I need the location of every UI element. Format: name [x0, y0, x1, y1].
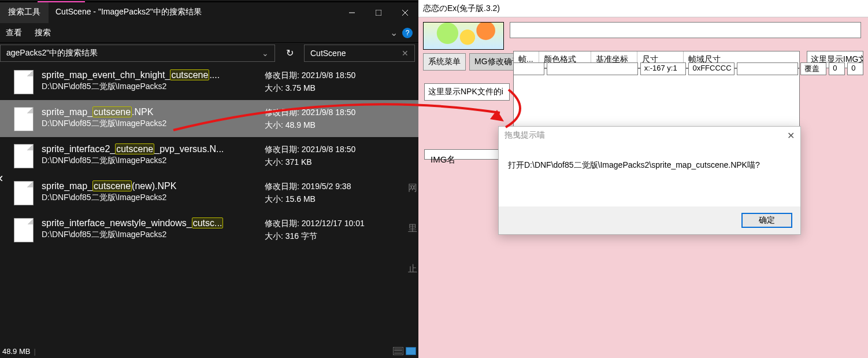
- file-path: D:\DNF\dof85二觉版\ImagePacks2: [42, 193, 257, 203]
- address-row: agePacks2"中的搜索结果 ⌄ ↻ CutScene ✕: [0, 43, 418, 63]
- file-path: D:\DNF\dof85二觉版\ImagePacks2: [42, 82, 257, 92]
- status-cell: [513, 62, 544, 75]
- explorer-window: 搜索工具 CutScene - "ImagePacks2"中的搜索结果 查看 搜…: [0, 0, 418, 358]
- file-meta: 修改日期: 2012/12/17 10:01大小: 316 字节: [265, 217, 365, 242]
- details-view-icon[interactable]: [393, 347, 403, 355]
- status-color: 0xFFCCCC: [688, 62, 735, 75]
- file-row[interactable]: sprite_map_event_chn_knight_cutscene....…: [0, 63, 418, 100]
- file-icon: [14, 107, 34, 131]
- file-icon: [14, 181, 34, 205]
- img-panel-label: IMG名: [431, 154, 455, 164]
- npk-hint-box: 这里显示NPK文件的i: [424, 83, 510, 101]
- background-text: 网 里 止: [408, 168, 417, 289]
- dialog-footer: 确定: [499, 206, 800, 234]
- file-row[interactable]: sprite_interface2_cutscene_pvp_versus.N.…: [0, 137, 418, 174]
- ok-button[interactable]: 确定: [741, 213, 792, 228]
- file-icon: [14, 70, 34, 94]
- dialog-body: 打开D:\DNF\dof85二觉版\ImagePacks2\sprite_map…: [499, 144, 800, 176]
- search-tools-tab[interactable]: 搜索工具: [0, 2, 49, 23]
- file-meta: 修改日期: 2019/5/2 9:38大小: 15.6 MB: [265, 180, 351, 205]
- top-accent: [0, 0, 418, 2]
- dialog-title: 拖曳提示喵: [505, 130, 545, 141]
- file-meta: 修改日期: 2021/9/8 18:50大小: 3.75 MB: [265, 69, 355, 94]
- status-zero-a: 0: [829, 62, 845, 75]
- breadcrumb[interactable]: agePacks2"中的搜索结果 ⌄: [0, 45, 275, 62]
- close-icon[interactable]: ✕: [787, 130, 795, 141]
- extool-title-bar: 恋恋のEx(兔子版.3.2): [418, 0, 868, 17]
- bottom-status-row: x:-167 y:1 0xFFCCCC 覆盖 0 0: [513, 62, 863, 75]
- clear-search-icon[interactable]: ✕: [402, 49, 409, 58]
- extool-title: 恋恋のEx(兔子版.3.2): [423, 3, 500, 14]
- menu-view[interactable]: 查看: [6, 28, 22, 38]
- menu-bar: 查看 搜索 ⌄ ?: [0, 23, 418, 43]
- breadcrumb-text: agePacks2"中的搜索结果: [6, 48, 98, 58]
- status-bar: 48.9 MB |: [0, 344, 418, 358]
- file-name: sprite_map_event_chn_knight_cutscene....: [42, 69, 257, 82]
- file-icon: [14, 144, 34, 168]
- help-icon[interactable]: ?: [402, 28, 413, 38]
- status-zero-b: 0: [847, 62, 863, 75]
- close-button[interactable]: [392, 2, 418, 23]
- file-path: D:\DNF\dof85二觉版\ImagePacks2: [42, 119, 257, 129]
- status-cell: [737, 62, 798, 75]
- file-list: sprite_map_event_chn_knight_cutscene....…: [0, 63, 418, 248]
- chevron-down-icon[interactable]: ⌄: [262, 49, 269, 58]
- status-coord: x:-167 y:1: [640, 62, 687, 75]
- search-value: CutScene: [310, 49, 346, 58]
- avatar-image: [423, 22, 504, 50]
- refresh-icon[interactable]: ↻: [281, 47, 298, 58]
- file-path: D:\DNF\dof85二觉版\ImagePacks2: [42, 230, 257, 240]
- status-cover: 覆盖: [800, 62, 826, 75]
- file-row[interactable]: sprite_map_cutscene(new).NPKD:\DNF\dof85…: [0, 174, 418, 211]
- system-menu-button[interactable]: 系统菜单: [423, 53, 466, 71]
- chevron-down-icon[interactable]: ⌄: [390, 27, 398, 38]
- confirm-dialog: 拖曳提示喵 ✕ 打开D:\DNF\dof85二觉版\ImagePacks2\sp…: [498, 126, 801, 235]
- menu-search[interactable]: 搜索: [35, 28, 51, 38]
- thumbnail-view-icon[interactable]: [406, 347, 416, 355]
- status-size: 48.9 MB: [2, 347, 30, 356]
- search-input[interactable]: CutScene ✕: [304, 45, 415, 62]
- file-name: sprite_map_cutscene(new).NPK: [42, 180, 257, 193]
- file-path: D:\DNF\dof85二觉版\ImagePacks2: [42, 156, 257, 166]
- path-field[interactable]: [510, 22, 861, 38]
- dialog-title-bar[interactable]: 拖曳提示喵 ✕: [499, 127, 800, 144]
- window-title: CutScene - "ImagePacks2"中的搜索结果: [49, 2, 339, 23]
- svg-rect-1: [376, 10, 381, 16]
- title-bar: 搜索工具 CutScene - "ImagePacks2"中的搜索结果: [0, 2, 418, 23]
- file-name: sprite_interface_newstyle_windows_cutsc.…: [42, 217, 257, 230]
- file-icon: [14, 218, 34, 242]
- file-name: sprite_map_cutscene.NPK: [42, 106, 257, 119]
- minimize-button[interactable]: [339, 2, 365, 23]
- status-cell: [547, 62, 638, 75]
- file-row[interactable]: sprite_interface_newstyle_windows_cutsc.…: [0, 211, 418, 248]
- maximize-button[interactable]: [365, 2, 392, 23]
- file-meta: 修改日期: 2021/9/8 18:50大小: 48.9 MB: [265, 106, 355, 131]
- file-name: sprite_interface2_cutscene_pvp_versus.N.…: [42, 143, 257, 156]
- file-row[interactable]: sprite_map_cutscene.NPKD:\DNF\dof85二觉版\I…: [0, 100, 418, 137]
- file-meta: 修改日期: 2021/9/8 18:50大小: 371 KB: [265, 143, 355, 168]
